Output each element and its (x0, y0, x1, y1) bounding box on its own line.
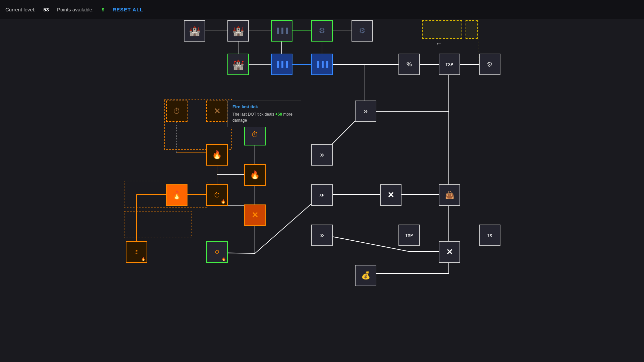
tooltip-title: Fire last tick (232, 104, 296, 109)
node-tx[interactable]: TX (479, 225, 500, 246)
node-bullets-blue-1[interactable]: ▐▐▐ (271, 54, 292, 75)
node-tower-1[interactable]: 🏰 (184, 20, 205, 42)
tower-icon-2: 🏰 (232, 25, 244, 37)
reset-all-button[interactable]: RESET ALL (112, 7, 143, 12)
sword-icon-white-2: ✕ (446, 247, 453, 257)
tooltip-body: The last DOT tick deals +50 more damage (232, 111, 296, 123)
svg-rect-38 (124, 211, 191, 238)
skill-tooltip: Fire last tick The last DOT tick deals +… (227, 101, 301, 127)
clock-icon-green: ⏱ (215, 249, 219, 255)
node-fire-orange-1[interactable]: 🔥 (206, 144, 228, 166)
sword-icon-orange: ✕ (252, 210, 258, 220)
fire-icon-filled: 🔥 (172, 190, 182, 200)
node-clock-inactive[interactable]: ⏱ (166, 101, 187, 122)
tooltip-highlight: +50 (275, 112, 282, 117)
svg-line-21 (322, 235, 409, 251)
back-arrow[interactable]: ← (435, 40, 442, 47)
node-double-chevron-1[interactable]: » (355, 101, 376, 122)
gear-icon-right: ⚙ (487, 60, 493, 68)
node-clock-orange[interactable]: ⏱ 🔥 (206, 184, 228, 206)
current-level-value: 53 (43, 7, 49, 12)
current-level-label: Current level: (5, 7, 35, 12)
bag-icon-2: 💰 (361, 271, 370, 280)
node-xp[interactable]: XP (311, 184, 333, 206)
node-bullets-green[interactable]: ▐▐▐ (271, 20, 292, 42)
fire-icon-1: 🔥 (212, 150, 222, 160)
node-clock-orange-2[interactable]: ⏱ 🔥 (126, 241, 147, 263)
node-sword-white[interactable]: ✕ (380, 184, 401, 206)
clock-icon-inactive: ⏱ (173, 107, 180, 116)
node-double-chevron-3[interactable]: » (311, 225, 333, 246)
bullets-icon-green: ▐▐▐ (275, 28, 288, 34)
xp-label: XP (319, 193, 325, 197)
node-clock-active[interactable]: ⏱ (244, 124, 266, 145)
node-double-chevron-2[interactable]: » (311, 144, 333, 166)
node-txp-2[interactable]: TXP (398, 225, 420, 246)
fire-clock-overlay: 🔥 (221, 199, 226, 204)
node-gear-green[interactable]: ⚙ (311, 20, 333, 42)
node-bag[interactable]: 👜 (439, 184, 460, 206)
fire-icon-2: 🔥 (250, 170, 260, 180)
header-bar: Current level: 53 Points available: 9 RE… (0, 0, 644, 19)
double-chevron-icon-1: » (364, 107, 368, 116)
sword-icon-inactive: ✕ (214, 107, 220, 116)
clock-orange-icon: ⏱ (214, 191, 220, 199)
node-sword-white-2[interactable]: ✕ (439, 241, 460, 263)
clock-icon-active: ⏱ (251, 130, 259, 139)
bag-icon: 👜 (445, 191, 454, 199)
double-chevron-icon-3: » (320, 231, 324, 240)
node-sword-orange[interactable]: ✕ (244, 204, 266, 226)
tower-icon-green: 🏰 (232, 59, 244, 70)
tower-icon-1: 🏰 (189, 25, 201, 37)
node-gear-right[interactable]: ⚙ (479, 54, 500, 75)
double-chevron-icon-2: » (320, 150, 324, 159)
points-available-value: 9 (102, 7, 104, 12)
points-available-label: Points available: (57, 7, 94, 12)
gear-icon-green: ⚙ (319, 26, 325, 35)
skill-tree-canvas: 🏰 🏰 ▐▐▐ ⚙ ⚙ ← 🏰 ▐▐▐ ▐▐▐ % TXP ⚙ » ⏱ (0, 19, 644, 362)
txp-label-1: TXP (446, 62, 453, 66)
percent-icon: % (407, 61, 412, 68)
node-sword-inactive[interactable]: ✕ (206, 101, 228, 122)
txp-label-2: TXP (406, 233, 413, 237)
node-percent[interactable]: % (398, 54, 420, 75)
node-tower-2[interactable]: 🏰 (227, 20, 249, 42)
node-tower-green[interactable]: 🏰 (227, 54, 249, 75)
node-yellow-1[interactable] (422, 20, 462, 39)
clock-icon-orange-2: ⏱ (134, 249, 139, 255)
node-yellow-2[interactable] (466, 20, 478, 39)
node-fire-orange-2[interactable]: 🔥 (244, 164, 266, 186)
bullets-icon-blue-1: ▐▐▐ (275, 61, 288, 67)
node-bag-2[interactable]: 💰 (355, 265, 376, 286)
node-bullets-blue-2[interactable]: ▐▐▐ (311, 54, 333, 75)
node-clock-green[interactable]: ⏱ 🔥 (206, 241, 228, 263)
sword-icon-white: ✕ (387, 190, 394, 200)
node-gear-white[interactable]: ⚙ (352, 20, 373, 42)
bullets-icon-blue-2: ▐▐▐ (315, 61, 329, 67)
node-txp-1[interactable]: TXP (439, 54, 460, 75)
tx-label: TX (487, 233, 492, 237)
node-fire-filled[interactable]: 🔥 (166, 184, 187, 206)
gear-icon-white: ⚙ (359, 26, 366, 35)
